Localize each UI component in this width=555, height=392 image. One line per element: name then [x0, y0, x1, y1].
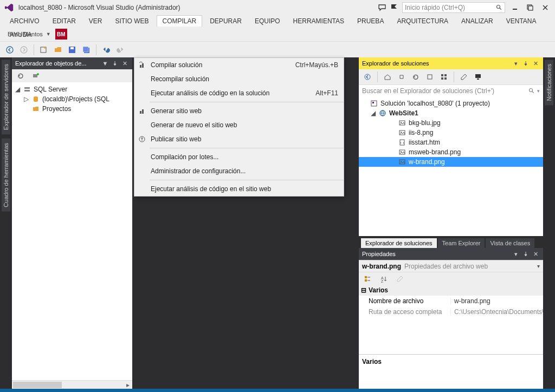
- flag-icon[interactable]: [388, 2, 400, 14]
- chevron-down-icon[interactable]: ▾: [512, 59, 520, 68]
- chevron-down-icon[interactable]: ▾: [512, 250, 520, 258]
- menu-item[interactable]: Ejecutar análisis de código en el sitio …: [134, 182, 344, 196]
- add-server-icon[interactable]: [29, 69, 42, 82]
- menu-item[interactable]: Compilar soluciónCtrl+Mayús.+B: [134, 58, 344, 72]
- chevron-down-icon[interactable]: ▼: [46, 31, 51, 37]
- menu-compilar[interactable]: COMPILAR: [157, 15, 203, 27]
- feedback-icon[interactable]: [376, 2, 388, 14]
- menu-item[interactable]: Ejecutar análisis de código en la soluci…: [134, 86, 344, 100]
- open-button[interactable]: [51, 43, 64, 56]
- tab-team-explorer[interactable]: Team Explorer: [438, 238, 485, 248]
- redo-button[interactable]: [114, 43, 127, 56]
- solution-node[interactable]: Solución 'localhost_8080' (1 proyecto): [359, 99, 543, 108]
- image-icon: [398, 158, 406, 166]
- tree-node[interactable]: ◢ SQL Server: [12, 84, 132, 94]
- preview-icon[interactable]: [472, 70, 485, 83]
- menu-item[interactable]: Generar de nuevo el sitio web: [134, 118, 344, 132]
- menu-editar[interactable]: EDITAR: [47, 16, 81, 27]
- properties-icon[interactable]: [457, 70, 470, 83]
- menu-archivo[interactable]: ARCHIVO: [4, 16, 45, 27]
- solution-explorer-search[interactable]: Buscar en el Explorador de soluciones (C…: [359, 84, 543, 96]
- tree-node[interactable]: iisstart.htm: [359, 138, 543, 147]
- properties-toolbar: AZ: [359, 272, 543, 285]
- close-icon[interactable]: ✕: [531, 250, 540, 258]
- properties-combo[interactable]: w-brand.png Propiedades del archivo web …: [359, 260, 543, 272]
- menu-analizar[interactable]: ANALIZAR: [456, 16, 499, 27]
- back-icon[interactable]: [361, 70, 374, 83]
- menu-item[interactable]: Publicar sitio web: [134, 132, 344, 146]
- collapse-icon[interactable]: [423, 70, 436, 83]
- menu-ver[interactable]: VER: [83, 16, 108, 27]
- expander-icon[interactable]: ▷: [23, 95, 29, 103]
- tree-node[interactable]: bkg-blu.jpg: [359, 118, 543, 128]
- refresh-icon[interactable]: [409, 70, 422, 83]
- alphabetical-icon[interactable]: AZ: [377, 272, 390, 285]
- menu-prueba[interactable]: PRUEBA: [352, 16, 389, 27]
- object-explorer-tree[interactable]: ◢ SQL Server▷ (localdb)\Projects (SQL Pr…: [12, 82, 132, 380]
- scrollbar-thumb[interactable]: [13, 382, 62, 388]
- tab-notifications[interactable]: Notificaciones: [545, 60, 553, 105]
- menu-sitio web[interactable]: SITIO WEB: [110, 16, 154, 27]
- menu-item[interactable]: Compilación por lotes...: [134, 150, 344, 164]
- nav-forward-button[interactable]: [17, 43, 30, 56]
- expander-icon[interactable]: ◢: [14, 86, 21, 93]
- svg-rect-22: [441, 77, 443, 80]
- svg-point-26: [530, 88, 533, 92]
- new-project-button[interactable]: [37, 43, 50, 56]
- property-row[interactable]: Ruta de acceso completa C:\Users\Ontecni…: [359, 306, 543, 317]
- user-name[interactable]: Brian Mentos: [8, 31, 43, 37]
- minimize-button[interactable]: [507, 2, 522, 14]
- pin-icon[interactable]: [111, 59, 119, 68]
- tab-server-explorer[interactable]: Explorador de servidores: [2, 60, 10, 134]
- quick-launch[interactable]: Inicio rápido (Ctrl+Q): [402, 2, 505, 13]
- menu-item[interactable]: Generar sitio web: [134, 104, 344, 118]
- expander-icon[interactable]: ◢: [370, 109, 376, 117]
- menu-herramientas[interactable]: HERRAMIENTAS: [288, 16, 350, 27]
- close-icon[interactable]: ✕: [120, 59, 129, 68]
- tree-node[interactable]: Proyectos: [12, 104, 132, 114]
- tree-node[interactable]: msweb-brand.png: [359, 147, 543, 157]
- user-avatar[interactable]: BM: [55, 29, 67, 40]
- menu-ventana[interactable]: VENTANA: [501, 16, 542, 27]
- menu-depurar[interactable]: DEPURAR: [204, 16, 247, 27]
- svg-point-7: [7, 47, 13, 53]
- menu-equipo[interactable]: EQUIPO: [249, 16, 286, 27]
- save-all-button[interactable]: [80, 43, 93, 56]
- tab-toolbox[interactable]: Cuadro de herramientas: [2, 139, 10, 212]
- property-pages-icon[interactable]: [393, 272, 406, 285]
- home-icon[interactable]: [381, 70, 394, 83]
- property-row[interactable]: Nombre de archivo w-brand.png: [359, 296, 543, 306]
- sync-icon[interactable]: [395, 70, 408, 83]
- svg-rect-14: [33, 74, 37, 77]
- tree-node[interactable]: iis-8.png: [359, 128, 543, 138]
- horizontal-scrollbar[interactable]: ▸: [12, 380, 132, 389]
- svg-rect-15: [24, 87, 30, 89]
- chevron-down-icon[interactable]: ▾: [537, 88, 540, 94]
- scroll-right-icon[interactable]: ▸: [124, 381, 132, 389]
- tree-node[interactable]: ▷ (localdb)\Projects (SQL: [12, 94, 132, 104]
- refresh-icon[interactable]: [14, 69, 27, 82]
- close-button[interactable]: [538, 2, 553, 14]
- menu-arquitectura[interactable]: ARQUITECTURA: [391, 16, 454, 27]
- nav-back-button[interactable]: [3, 43, 16, 56]
- maximize-button[interactable]: [522, 2, 538, 14]
- show-all-icon[interactable]: [437, 70, 450, 83]
- pin-icon[interactable]: [521, 59, 530, 68]
- property-category[interactable]: ⊟Varios: [359, 285, 543, 296]
- chevron-down-icon[interactable]: ▼: [101, 59, 109, 68]
- close-icon[interactable]: ✕: [531, 59, 540, 68]
- menu-item[interactable]: Recompilar solución: [134, 72, 344, 86]
- tree-node[interactable]: ◢ WebSite1: [359, 108, 543, 118]
- properties-grid[interactable]: ⊟Varios Nombre de archivo w-brand.png Ru…: [359, 285, 543, 354]
- undo-button[interactable]: [100, 43, 113, 56]
- tab-solution-explorer[interactable]: Explorador de soluciones: [361, 238, 437, 248]
- svg-point-8: [21, 47, 27, 53]
- save-button[interactable]: [66, 43, 79, 56]
- menu-item[interactable]: Administrador de configuración...: [134, 164, 344, 178]
- tab-class-view[interactable]: Vista de clases: [486, 238, 534, 248]
- solution-explorer-tree[interactable]: Solución 'localhost_8080' (1 proyecto) ◢…: [359, 96, 543, 236]
- categorized-icon[interactable]: [361, 272, 374, 285]
- tree-node[interactable]: w-brand.png: [359, 157, 543, 167]
- svg-rect-35: [400, 140, 404, 145]
- pin-icon[interactable]: [521, 250, 530, 258]
